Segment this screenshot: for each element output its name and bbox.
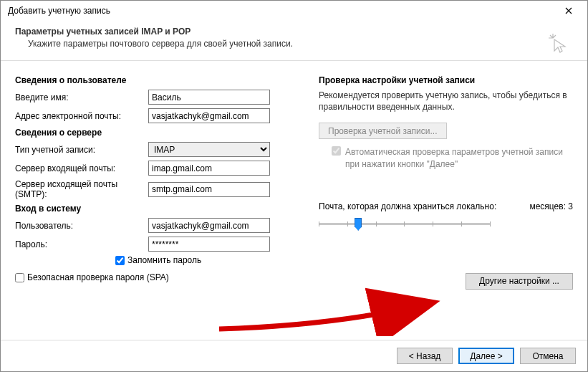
header-subtitle: Укажите параметры почтового сервера для … — [15, 39, 573, 49]
auto-test-checkbox — [332, 146, 341, 156]
header-title: Параметры учетных записей IMAP и POP — [15, 27, 573, 37]
outgoing-input[interactable] — [148, 182, 270, 197]
email-input[interactable] — [148, 108, 270, 123]
close-button[interactable] — [554, 1, 583, 20]
footer: < Назад Далее > Отмена — [1, 340, 587, 371]
spa-label: Безопасная проверка пароля (SPA) — [27, 272, 169, 282]
name-input[interactable] — [148, 90, 270, 105]
auto-test-label: Автоматическая проверка параметров учетн… — [345, 146, 573, 169]
window-title: Добавить учетную запись — [8, 6, 110, 16]
user-field-label: Пользователь: — [15, 221, 148, 231]
name-label: Введите имя: — [15, 92, 148, 102]
more-settings-button[interactable]: Другие настройки ... — [466, 273, 573, 290]
user-section-label: Сведения о пользователе — [15, 75, 302, 85]
back-button[interactable]: < Назад — [397, 348, 453, 364]
test-description: Рекомендуется проверить учетную запись, … — [319, 90, 573, 113]
remember-password-checkbox[interactable] — [115, 256, 125, 265]
test-section-label: Проверка настройки учетной записи — [319, 75, 573, 85]
user-input[interactable] — [148, 218, 270, 233]
account-type-select[interactable]: IMAP — [148, 142, 270, 157]
offline-slider[interactable] — [319, 216, 491, 233]
login-section-label: Вход в систему — [15, 204, 302, 214]
content: Сведения о пользователе Введите имя: Адр… — [1, 61, 587, 297]
slider-value: месяцев: 3 — [529, 201, 573, 211]
header: Параметры учетных записей IMAP и POP Ука… — [1, 21, 587, 61]
close-icon — [565, 7, 572, 14]
account-type-label: Тип учетной записи: — [15, 145, 148, 155]
password-label: Пароль: — [15, 239, 148, 249]
titlebar: Добавить учетную запись — [1, 1, 587, 21]
spa-checkbox[interactable] — [15, 273, 24, 282]
incoming-input[interactable] — [148, 161, 270, 176]
remember-password-label: Запомнить пароль — [127, 255, 201, 265]
server-section-label: Сведения о сервере — [15, 128, 302, 138]
slider-label: Почта, которая должна храниться локально… — [319, 201, 496, 211]
next-button[interactable]: Далее > — [458, 348, 514, 364]
cancel-button[interactable]: Отмена — [520, 348, 576, 364]
offline-slider-section: Почта, которая должна храниться локально… — [319, 201, 573, 233]
cursor-sparkle-icon — [547, 32, 570, 57]
right-column: Проверка настройки учетной записи Рекоме… — [319, 71, 573, 290]
left-column: Сведения о пользователе Введите имя: Адр… — [15, 71, 302, 290]
outgoing-label: Сервер исходящей почты (SMTP): — [15, 179, 148, 199]
slider-thumb[interactable] — [355, 218, 362, 231]
email-label: Адрес электронной почты: — [15, 111, 148, 121]
password-input[interactable] — [148, 237, 270, 252]
test-account-button: Проверка учетной записи... — [319, 123, 447, 139]
incoming-label: Сервер входящей почты: — [15, 163, 148, 173]
